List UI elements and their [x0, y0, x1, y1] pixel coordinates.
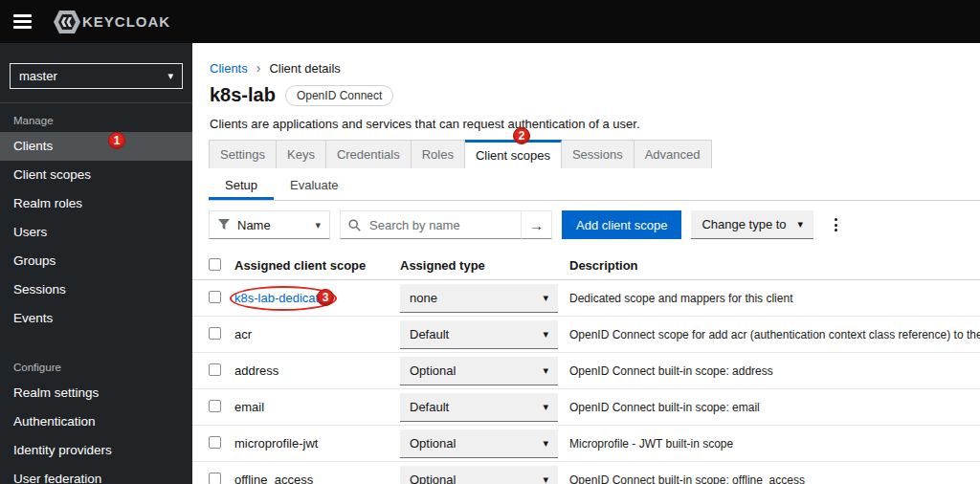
- assigned-type-value: Default: [410, 327, 449, 341]
- assigned-type-select[interactable]: Default▾: [400, 393, 558, 422]
- scope-name: offline_access: [234, 473, 400, 484]
- column-header-scope: Assigned client scope: [234, 258, 400, 273]
- assigned-type-select[interactable]: Optional▾: [400, 466, 558, 484]
- search-submit-button[interactable]: →: [522, 210, 552, 239]
- row-checkbox[interactable]: [209, 363, 221, 376]
- sidebar-item-client-scopes[interactable]: Client scopes: [0, 161, 192, 189]
- change-type-select[interactable]: Change type to ▾: [691, 210, 813, 239]
- scope-description: Dedicated scope and mappers for this cli…: [569, 292, 980, 305]
- table-row: microprofile-jwtOptional▾Microprofile - …: [192, 426, 980, 462]
- chevron-down-icon: ▾: [167, 70, 173, 82]
- annotation-circle-1: 1: [108, 132, 125, 149]
- tab-client-scopes[interactable]: Client scopes: [465, 140, 562, 168]
- scope-name: acr: [234, 327, 400, 341]
- search-input[interactable]: [368, 217, 513, 233]
- row-checkbox[interactable]: [209, 473, 221, 484]
- chevron-down-icon: ▾: [543, 473, 548, 484]
- chevron-down-icon: ▾: [543, 364, 548, 377]
- annotation-circle-3: 3: [317, 289, 334, 306]
- tab-settings[interactable]: Settings: [209, 140, 277, 168]
- sidebar-item-identity-providers[interactable]: Identity providers: [0, 436, 192, 465]
- assigned-type-value: none: [410, 291, 437, 305]
- chevron-down-icon: ▾: [543, 437, 548, 450]
- select-all-checkbox[interactable]: [209, 258, 221, 271]
- column-header-type: Assigned type: [400, 258, 569, 273]
- table-row: offline_accessOptional▾OpenID Connect bu…: [192, 462, 980, 484]
- change-type-label: Change type to: [702, 217, 786, 231]
- subtab-bar: SetupEvaluate: [209, 170, 980, 201]
- sidebar-item-sessions[interactable]: Sessions: [0, 275, 192, 304]
- scope-description: OpenID Connect scope for add acr (authen…: [569, 328, 980, 341]
- sidebar-item-user-federation[interactable]: User federation: [0, 465, 192, 484]
- table-row: emailDefault▾OpenID Connect built-in sco…: [192, 389, 980, 426]
- keycloak-logo-icon: [53, 9, 81, 35]
- keycloak-logo: KEYCLOAK: [53, 9, 170, 35]
- nav-section-label: Manage: [0, 103, 192, 132]
- breadcrumb-separator-icon: ›: [256, 60, 261, 76]
- breadcrumb-current: Client details: [269, 61, 340, 76]
- row-checkbox[interactable]: [209, 327, 221, 340]
- page-title: k8s-lab: [210, 84, 276, 106]
- chevron-down-icon: ▾: [315, 219, 321, 231]
- tab-keys[interactable]: Keys: [277, 140, 326, 168]
- assigned-type-select[interactable]: Optional▾: [400, 357, 558, 385]
- scope-description: Microprofile - JWT built-in scope: [569, 437, 980, 451]
- assigned-type-select[interactable]: Default▾: [400, 320, 558, 349]
- sidebar-item-realm-roles[interactable]: Realm roles: [0, 189, 192, 218]
- subtab-setup[interactable]: Setup: [209, 170, 274, 200]
- annotation-circle-2: 2: [513, 127, 530, 144]
- sidebar-item-groups[interactable]: Groups: [0, 247, 192, 275]
- assigned-type-value: Default: [410, 400, 449, 414]
- scope-description: OpenID Connect built-in scope: address: [569, 364, 980, 378]
- title-row: k8s-lab OpenID Connect: [210, 84, 393, 106]
- realm-select[interactable]: master ▾: [10, 63, 183, 89]
- subtab-evaluate[interactable]: Evaluate: [274, 170, 355, 200]
- toolbar: Name ▾ → Add client scope Change type to…: [209, 210, 970, 239]
- sidebar-item-clients[interactable]: Clients: [0, 132, 192, 161]
- tab-roles[interactable]: Roles: [412, 140, 465, 168]
- row-checkbox[interactable]: [209, 400, 221, 412]
- assigned-type-select[interactable]: none▾: [400, 284, 558, 313]
- row-checkbox[interactable]: [209, 291, 221, 303]
- brand-text: KEYCLOAK: [82, 13, 170, 30]
- sidebar-item-authentication[interactable]: Authentication: [0, 407, 192, 436]
- search-group: →: [340, 210, 552, 239]
- tab-credentials[interactable]: Credentials: [326, 140, 412, 168]
- scope-name: address: [234, 363, 400, 378]
- protocol-badge: OpenID Connect: [285, 85, 393, 106]
- table-header-row: Assigned client scope Assigned type Desc…: [192, 252, 980, 280]
- tab-advanced[interactable]: Advanced: [635, 140, 712, 168]
- table-body: k8s-lab-dedicatednone▾Dedicated scope an…: [192, 280, 980, 484]
- kebab-menu-icon[interactable]: [827, 214, 845, 235]
- scope-description: OpenID Connect built-in scope: offline_a…: [569, 473, 980, 484]
- sidebar: master ▾ ManageClientsClient scopesRealm…: [0, 43, 192, 484]
- sidebar-item-events[interactable]: Events: [0, 304, 192, 333]
- chevron-down-icon: ▾: [543, 328, 548, 341]
- tab-sessions[interactable]: Sessions: [562, 140, 635, 168]
- scope-name: microprofile-jwt: [234, 436, 400, 451]
- sidebar-item-users[interactable]: Users: [0, 218, 192, 247]
- nav-section-label: Configure: [0, 350, 192, 379]
- scope-name: email: [234, 400, 400, 414]
- assigned-type-value: Optional: [410, 473, 456, 484]
- chevron-down-icon: ▾: [543, 292, 548, 304]
- search-box: [340, 210, 522, 239]
- client-scopes-table: Assigned client scope Assigned type Desc…: [192, 252, 980, 484]
- menu-toggle-icon[interactable]: [13, 14, 32, 29]
- assigned-type-value: Optional: [410, 436, 456, 451]
- chevron-down-icon: ▾: [798, 218, 804, 231]
- sidebar-item-realm-settings[interactable]: Realm settings: [0, 379, 192, 407]
- page-description: Clients are applications and services th…: [210, 117, 640, 131]
- scope-description: OpenID Connect built-in scope: email: [569, 401, 980, 414]
- sidebar-nav: ManageClientsClient scopesRealm rolesUse…: [0, 103, 192, 484]
- assigned-type-select[interactable]: Optional▾: [400, 429, 558, 458]
- add-client-scope-button[interactable]: Add client scope: [562, 210, 681, 239]
- row-checkbox[interactable]: [209, 436, 221, 449]
- search-icon: [348, 219, 361, 231]
- breadcrumb-clients-link[interactable]: Clients: [210, 61, 248, 76]
- main-content: Clients › Client details k8s-lab OpenID …: [192, 43, 980, 484]
- chevron-down-icon: ▾: [543, 401, 548, 413]
- column-header-description: Description: [569, 258, 980, 273]
- filter-type-select[interactable]: Name ▾: [209, 210, 330, 239]
- tab-bar: SettingsKeysCredentialsRolesClient scope…: [209, 140, 712, 168]
